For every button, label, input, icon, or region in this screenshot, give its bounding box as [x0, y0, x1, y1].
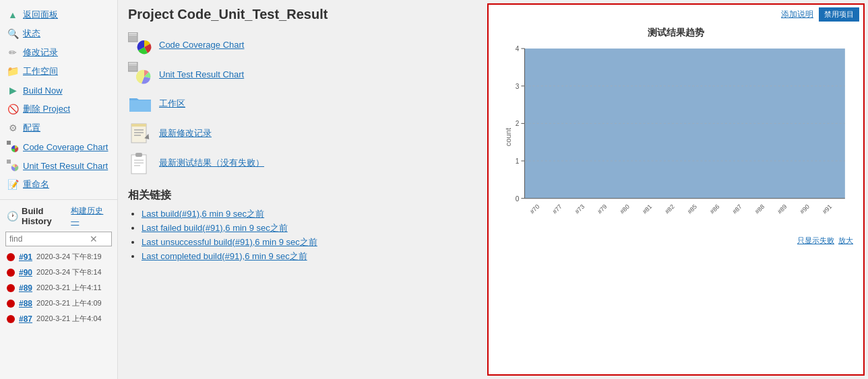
chart-panel: 添加说明 禁用项目 测试结果趋势 count 4 3 2 1 0: [487, 3, 865, 376]
pencil-icon: ✏: [7, 46, 19, 59]
svg-text:#90: #90: [799, 203, 811, 215]
sidebar-item-label: 重命名: [23, 178, 49, 191]
link-latest-change[interactable]: 最新修改记录: [159, 127, 212, 139]
list-item: Last failed build(#91),6 min 9 sec之前: [142, 222, 477, 234]
sidebar-item-back[interactable]: ▲ 返回面板: [0, 5, 117, 24]
chart-footer: 只显示失败 放大: [489, 234, 863, 247]
svg-rect-6: [129, 35, 137, 36]
svg-rect-13: [131, 124, 146, 127]
pie-chart2-icon: [7, 160, 19, 172]
search-input[interactable]: [6, 232, 87, 246]
rename-icon: 📝: [7, 178, 19, 191]
link-row-workspace: 工作区: [128, 92, 477, 116]
build-item-88: #88 2020-3-21 上午4:09: [0, 296, 117, 311]
list-item: Last build(#91),6 min 9 sec之前: [142, 208, 477, 220]
history-icon: 🕐: [7, 211, 18, 221]
disable-button[interactable]: 禁用项目: [819, 7, 859, 22]
sidebar-item-label: Build Now: [23, 85, 63, 96]
sidebar-item-changelog[interactable]: ✏ 修改记录: [0, 43, 117, 62]
sidebar-item-config[interactable]: ⚙ 配置: [0, 118, 117, 137]
build-item-89: #89 2020-3-21 上午4:11: [0, 280, 117, 296]
svg-text:#85: #85: [686, 203, 698, 215]
svg-text:#82: #82: [664, 203, 676, 215]
svg-rect-5: [129, 33, 137, 34]
sidebar-item-rename[interactable]: 📝 重命名: [0, 175, 117, 194]
add-note-link[interactable]: 添加说明: [781, 9, 813, 20]
show-failed-link[interactable]: 只显示失败: [797, 236, 834, 246]
clear-search-button[interactable]: ✕: [87, 234, 100, 244]
sidebar-item-label: 返回面板: [23, 9, 58, 21]
sidebar-item-delete[interactable]: 🚫 删除 Project: [0, 100, 117, 118]
svg-text:#91: #91: [822, 203, 834, 215]
related-link-0[interactable]: Last build(#91),6 min 9 sec之前: [142, 209, 264, 219]
link-row-latest-test: 最新测试结果（没有失败）: [128, 151, 477, 175]
sidebar-item-buildnow[interactable]: ▶ Build Now: [0, 81, 117, 100]
main-content: Project Code_Unit_Test_Result Code Cover…: [118, 0, 487, 379]
build-item-87: #87 2020-3-21 上午4:04: [0, 311, 117, 326]
build-history-link[interactable]: 构建历史 —: [71, 205, 111, 226]
main-links-grid: Code Coverage Chart Unit Test Result Cha…: [128, 32, 477, 175]
build-status-icon: [7, 284, 15, 292]
svg-text:#80: #80: [619, 203, 631, 215]
chart-area: count 4 3 2 1 0 #70 #77 #73: [489, 42, 863, 234]
build-link-90[interactable]: #90: [19, 268, 32, 277]
svg-text:2: 2: [516, 120, 520, 127]
link-row-latest-change: 最新修改记录: [128, 121, 477, 145]
y-axis-label: count: [504, 128, 512, 146]
build-link-89[interactable]: #89: [19, 283, 32, 293]
enlarge-link[interactable]: 放大: [838, 236, 853, 246]
build-link-87[interactable]: #87: [19, 314, 32, 324]
build-link-91[interactable]: #91: [19, 252, 32, 262]
link-row-unittest: Unit Test Result Chart: [128, 62, 477, 86]
link-latest-test[interactable]: 最新测试结果（没有失败）: [159, 157, 264, 169]
build-item-90: #90 2020-3-24 下午8:14: [0, 265, 117, 280]
svg-text:4: 4: [516, 45, 520, 53]
search-box: ✕: [5, 232, 112, 246]
link-coverage[interactable]: Code Coverage Chart: [159, 40, 244, 50]
unittest-icon: [128, 62, 152, 86]
list-item: Last completed build(#91),6 min 9 sec之前: [142, 250, 477, 263]
link-workspace[interactable]: 工作区: [159, 98, 185, 110]
sidebar-item-codecoverage[interactable]: Code Coverage Chart: [0, 137, 117, 156]
sidebar-item-unittest[interactable]: Unit Test Result Chart: [0, 156, 117, 175]
svg-text:1: 1: [516, 158, 520, 165]
svg-text:#88: #88: [753, 203, 766, 215]
chart-top-bar: 添加说明 禁用项目: [489, 5, 863, 24]
clipboard-icon: [128, 151, 152, 175]
svg-text:#86: #86: [709, 203, 721, 215]
build-time-88: 2020-3-21 上午4:09: [36, 298, 102, 308]
build-history-header: 🕐 Build History 构建历史 —: [0, 199, 117, 229]
svg-text:#77: #77: [551, 203, 563, 215]
arrow-up-icon: ▲: [7, 9, 19, 21]
svg-text:#70: #70: [529, 203, 541, 215]
folder-icon: 📁: [7, 65, 19, 77]
sidebar-item-label: 配置: [23, 122, 40, 134]
build-status-icon: [7, 315, 15, 323]
build-item-91: #91 2020-3-24 下午8:19: [0, 249, 117, 265]
related-links-title: 相关链接: [128, 188, 477, 203]
page-title: Project Code_Unit_Test_Result: [128, 7, 477, 22]
link-row-coverage: Code Coverage Chart: [128, 32, 477, 57]
svg-text:#73: #73: [574, 203, 586, 215]
related-link-3[interactable]: Last completed build(#91),6 min 9 sec之前: [142, 251, 307, 261]
svg-text:#87: #87: [731, 203, 743, 215]
svg-rect-18: [135, 153, 142, 157]
sidebar-item-label: 工作空间: [23, 65, 58, 77]
related-link-1[interactable]: Last failed build(#91),6 min 9 sec之前: [142, 223, 288, 233]
related-links-list: Last build(#91),6 min 9 sec之前 Last faile…: [128, 208, 477, 263]
build-link-88[interactable]: #88: [19, 299, 32, 308]
link-unittest[interactable]: Unit Test Result Chart: [159, 69, 244, 79]
svg-rect-0: [7, 141, 11, 145]
sidebar-item-workspace[interactable]: 📁 工作空间: [0, 62, 117, 81]
related-links: 相关链接 Last build(#91),6 min 9 sec之前 Last …: [128, 188, 477, 263]
svg-rect-9: [129, 63, 137, 64]
build-time-89: 2020-3-21 上午4:11: [36, 283, 102, 293]
sidebar-item-status[interactable]: 🔍 状态: [0, 24, 117, 43]
related-link-2[interactable]: Last unsuccessful build(#91),6 min 9 sec…: [142, 237, 317, 247]
build-history-title: Build History: [22, 206, 71, 226]
sidebar-item-label: 删除 Project: [23, 103, 70, 115]
magnify-icon: 🔍: [7, 28, 19, 40]
coverage-icon: [128, 32, 152, 57]
svg-text:0: 0: [516, 195, 520, 203]
build-icon: ▶: [7, 84, 19, 96]
